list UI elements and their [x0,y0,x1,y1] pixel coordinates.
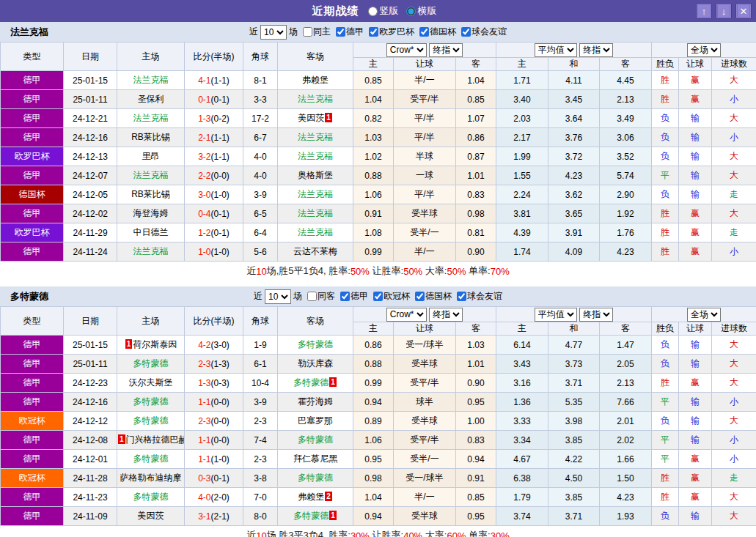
window-title: 近期战绩 [312,4,359,18]
half-time-score: (0-1) [211,95,230,105]
match-row: 德甲24-12-16多特蒙德1-1(0-0)3-9霍芬海姆0.94球半0.951… [1,393,756,412]
match-row: 欧罗巴杯24-11-29中日德兰1-2(0-1)6-4法兰克福1.08受半/一0… [1,223,756,242]
league-filter-checkbox[interactable] [373,292,383,301]
half-time-score: (0-3) [211,378,230,388]
horizontal-radio-label: 横版 [418,4,437,18]
asia-home-odds-cell: 0.88 [353,355,394,374]
full-time-score: 4-1 [198,75,210,86]
half-time-score: (1-0) [211,190,230,200]
move-up-icon[interactable]: ↑ [696,3,712,19]
score-cell: 2-3(1-3) [185,355,243,374]
full-time-score: 1-1 [198,397,210,407]
col-header-corner: 角球 [243,307,278,336]
summary-stat-value: 50% [447,266,466,277]
close-icon[interactable]: ✕ [735,3,752,19]
handicap-result-cell: 输 [679,147,712,166]
average-select[interactable]: 平均值 [535,43,577,57]
team-name: RB莱比锡 [131,132,170,142]
eu-home-odds-cell: 3.81 [496,204,548,223]
win-lose-result-cell: 平 [652,450,679,469]
move-down-icon[interactable]: ↓ [716,3,732,19]
window-buttons: ↑ ↓ ✕ [696,3,752,19]
league-filter-checkbox[interactable] [457,292,466,301]
scope-select[interactable]: 全场 [687,308,721,322]
league-filter-checkbox[interactable] [415,292,425,301]
summary-stat-value: 60% [447,530,466,537]
horizontal-radio-input[interactable] [406,7,416,16]
eu-away-odds-cell: 3.06 [600,128,652,147]
layout-radio-horizontal[interactable]: 横版 [406,4,437,18]
same-venue-checkbox[interactable] [303,27,312,37]
match-count-select[interactable]: 10 [265,289,291,304]
goals-result-cell: 大 [712,71,756,90]
asia-home-odds-cell: 1.04 [353,488,394,507]
league-type-cell: 德甲 [1,204,64,223]
layout-radio-vertical[interactable]: 竖版 [368,4,399,18]
goals-result-cell: 大 [712,166,756,185]
eu-draw-odds-cell: 3.62 [548,185,600,204]
eu-home-odds-cell: 3.43 [496,355,548,374]
odds-stage-select[interactable]: 终指 [429,43,463,57]
average-stage-select[interactable]: 终指 [579,43,613,57]
league-type-cell: 德甲 [1,109,64,128]
score-cell: 3-2(1-1) [185,147,243,166]
league-filter-checkbox[interactable] [461,27,471,37]
average-stage-select[interactable]: 终指 [579,308,613,322]
col-header-corner: 角球 [243,42,278,71]
half-time-score: (1-0) [211,454,230,464]
same-venue-label: 同客 [318,290,335,303]
eu-draw-odds-cell: 3.91 [548,223,600,242]
eu-home-odds-cell: 2.03 [496,109,548,128]
eu-away-odds-cell: 2.13 [600,374,652,393]
away-team-cell: 多特蒙德 [278,336,353,355]
league-filter-checkbox[interactable] [336,27,345,37]
full-time-score: 4-0 [198,492,210,503]
match-row: 德甲24-11-23多特蒙德4-0(2-0)7-0弗赖堡21.04半/一0.85… [1,488,756,507]
league-type-cell: 德甲 [1,242,64,262]
league-filter-checkbox[interactable] [419,27,429,37]
win-lose-result-cell: 负 [652,336,679,355]
league-filter-label: 德国杯 [430,26,456,38]
home-team-cell: 海登海姆 [117,204,185,223]
eu-away-odds-cell: 1.92 [600,204,652,223]
match-row: 德甲24-12-07法兰克福2-2(0-0)4-0奥格斯堡0.88一球1.011… [1,166,756,185]
league-filter-checkbox[interactable] [340,292,350,301]
win-lose-result-cell: 胜 [652,204,679,223]
vertical-radio-input[interactable] [368,7,378,16]
odds-stage-select[interactable]: 终指 [429,308,463,322]
home-team-cell: RB莱比锡 [117,128,185,147]
asia-home-odds-cell: 0.95 [353,450,394,469]
corner-score-cell: 8-1 [243,71,278,90]
col-header-home: 主场 [117,307,185,336]
league-filter-checkbox[interactable] [369,27,378,37]
asia-handicap-cell: 受一/球半 [394,336,456,355]
odds-source-select[interactable]: Crow* [386,308,427,322]
half-time-score: (0-0) [211,416,230,426]
team-name: 法兰克福 [298,151,333,161]
handicap-result-cell: 赢 [679,450,712,469]
average-select[interactable]: 平均值 [535,308,577,322]
away-team-cell: 美因茨1 [278,109,353,128]
team-name: 法兰克福 [133,75,169,85]
match-date-cell: 24-11-23 [64,488,117,507]
team-name: 沃尔夫斯堡 [129,377,173,388]
eu-draw-odds-cell: 4.09 [548,242,600,262]
handicap-result-cell: 输 [679,185,712,204]
team-name-heading: 法兰克福 [10,26,48,39]
away-team-cell: 法兰克福 [278,185,353,204]
team-name: 多特蒙德 [133,453,169,464]
scope-select[interactable]: 全场 [687,43,721,57]
match-count-select[interactable]: 10 [260,25,287,40]
league-filter-label: 欧罗巴杯 [379,26,414,38]
odds-source-select[interactable]: Crow* [386,43,427,57]
win-lose-result-cell: 负 [652,412,679,431]
match-date-cell: 24-11-28 [64,469,117,488]
score-cell: 4-1(1-1) [185,71,243,90]
team-name: 霍芬海姆 [298,396,333,407]
asia-home-odds-cell: 1.06 [353,185,394,204]
goals-result-cell: 大 [712,507,756,526]
asia-away-col-header: 客 [456,322,496,336]
asia-home-odds-cell: 1.02 [353,147,394,166]
score-cell: 3-0(1-0) [185,185,243,204]
same-venue-checkbox[interactable] [307,292,317,301]
